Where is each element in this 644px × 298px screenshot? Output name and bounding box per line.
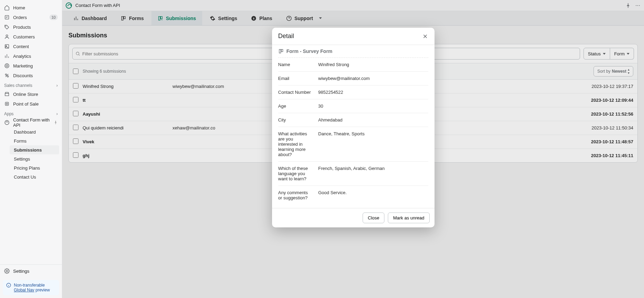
detail-field: Any comments or suggestion?Good Service. [278,186,428,205]
svg-point-10 [6,103,8,105]
content-icon [4,44,10,49]
pin-icon[interactable] [54,120,58,125]
svg-rect-26 [281,49,283,52]
modal-footer: Close Mark as unread [272,208,435,227]
detail-field: CityAhmedabad [278,113,428,127]
nav-label: Discounts [13,73,33,78]
orders-icon [4,15,10,20]
discounts-icon [4,73,10,78]
main: Contact Form with API Dashboard Forms Su… [62,0,644,298]
modal-body: NameWinifred StrongEmailwiwybew@mailinat… [272,57,435,208]
notice-line1: Non-transferable [14,283,50,288]
subnav-dashboard[interactable]: Dashboard [10,127,62,136]
nav-home[interactable]: Home [0,3,62,12]
modal-title: Detail [278,33,294,40]
notice-after: preview [34,288,50,292]
nav-label: Orders [13,15,27,20]
apps-header[interactable]: Apps › [0,109,62,118]
field-label: Age [278,103,313,109]
svg-point-8 [7,76,9,77]
detail-field: What activities are you interested in le… [278,127,428,162]
close-icon[interactable] [422,33,428,39]
sidebar: Home Orders 10 Products Customers Conten… [0,0,62,298]
sidebar-footer: Settings Non-transferable Global Nav pre… [0,264,62,298]
field-label: Email [278,76,313,81]
app-subnav: Dashboard Forms Submissions Settings Pri… [0,127,62,181]
nav-marketing[interactable]: Marketing [0,61,62,71]
svg-point-2 [6,35,8,37]
field-value: Winifred Strong [318,62,428,67]
close-button[interactable]: Close [363,213,384,223]
svg-point-4 [6,45,7,46]
nav-online-store[interactable]: Online Store [0,89,62,99]
field-value: wiwybew@mailinator.com [318,76,428,81]
notice-link[interactable]: Global Nav [14,288,34,292]
svg-rect-9 [5,102,8,105]
modal-header: Detail [272,28,435,45]
gear-icon [4,268,10,274]
field-value: Good Service. [318,190,428,200]
sidebar-settings[interactable]: Settings [0,265,62,277]
nav-label: Online Store [13,92,38,97]
app-name-label: Contact Form with API [13,117,50,128]
nav-label: Products [13,25,31,30]
modal-subtitle: Form - Survey Form [272,45,435,57]
field-label: City [278,117,313,123]
subnav-submissions[interactable]: Submissions [10,145,59,154]
subnav-forms[interactable]: Forms [10,136,62,145]
field-label: Any comments or suggestion? [278,190,313,200]
chevron-right-icon: › [56,111,58,116]
field-value: 30 [318,103,428,109]
nav-label: Content [13,44,29,49]
svg-point-11 [5,120,9,125]
sidebar-nav: Home Orders 10 Products Customers Conten… [0,0,62,264]
info-icon [6,283,11,292]
nav-content[interactable]: Content [0,42,62,51]
svg-point-7 [5,74,7,75]
nav-pos[interactable]: Point of Sale [0,99,62,109]
subnav-contact[interactable]: Contact Us [10,172,62,181]
nav-label: Customers [13,34,35,39]
preview-notice: Non-transferable Global Nav preview [3,280,59,295]
app-icon [4,120,10,125]
field-label: Contact Number [278,90,313,95]
detail-field: Emailwiwybew@mailinator.com [278,72,428,85]
nav-label: Marketing [13,63,33,69]
svg-rect-0 [5,16,9,19]
app-contact-form[interactable]: Contact Form with API [0,118,62,127]
field-value: 9852254522 [318,90,428,95]
nav-products[interactable]: Products [0,22,62,32]
subnav-pricing[interactable]: Pricing Plans [10,163,62,172]
pos-icon [4,101,10,107]
field-label: Name [278,62,313,67]
detail-field: Which of these language you want to lear… [278,162,428,186]
svg-point-6 [6,65,8,66]
home-icon [4,5,10,10]
settings-label: Settings [13,269,29,274]
svg-point-5 [5,64,9,68]
nav-label: Home [13,5,25,10]
field-value: Dance, Theatre, Sports [318,131,428,157]
orders-badge: 10 [49,15,58,20]
nav-customers[interactable]: Customers [0,32,62,42]
mark-unread-button[interactable]: Mark as unread [388,213,429,223]
nav-discounts[interactable]: Discounts [0,71,62,80]
nav-orders[interactable]: Orders 10 [0,12,62,22]
modal-overlay[interactable]: Detail Form - Survey Form NameWinifred S… [62,0,644,298]
products-icon [4,24,10,30]
field-label: Which of these language you want to lear… [278,166,313,181]
svg-point-12 [6,270,8,272]
subnav-settings[interactable]: Settings [10,154,62,163]
analytics-icon [4,53,10,59]
nav-analytics[interactable]: Analytics [0,51,62,61]
field-label: What activities are you interested in le… [278,131,313,157]
store-icon [4,91,10,97]
customers-icon [4,34,10,39]
sales-channels-header[interactable]: Sales channels › [0,80,62,89]
marketing-icon [4,63,10,69]
field-value: Ahmedabad [318,117,428,123]
detail-field: NameWinifred Strong [278,57,428,72]
field-value: French, Spanish, Arabic, German [318,166,428,181]
form-icon [278,48,284,54]
svg-rect-25 [279,49,281,53]
